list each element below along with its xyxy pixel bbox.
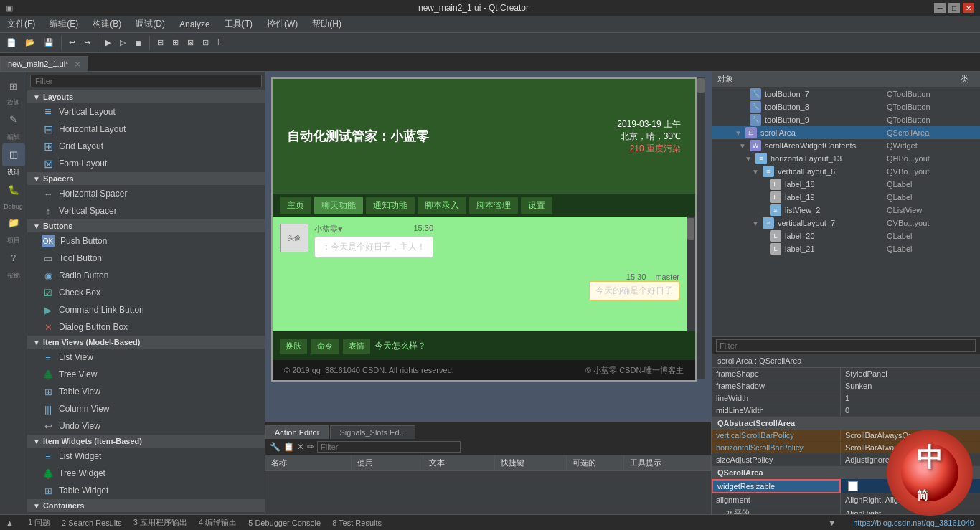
side-icon-projects[interactable]: 📁 [2,212,25,235]
widget-radio-button[interactable]: ◉ Radio Button [27,267,265,284]
tab-close-icon[interactable]: ✕ [75,60,80,68]
widget-horizontal-spacer[interactable]: ↔ Horizontal Spacer [27,185,265,202]
widget-tree-view[interactable]: 🌲 Tree View [27,366,265,383]
widget-dialog-button-box[interactable]: ✕ Dialog Button Box [27,318,265,336]
widget-group-box[interactable]: ▭ Group Box [27,512,265,514]
status-arrow-dn[interactable]: ▼ [828,519,836,527]
obj-row-label21[interactable]: L label_21 QLabel [712,242,980,255]
toolbar-break-layout[interactable]: ⊢ [214,36,228,49]
ui-nav-home[interactable]: 主页 [280,197,311,214]
designer-area[interactable]: 自动化测试管家：小蓝零 2019-03-19 上午 北京，晴，30℃ 210 重… [265,72,711,421]
ui-nav-record[interactable]: 脚本录入 [418,197,466,214]
scrollcontents-expand[interactable]: ▼ [738,142,748,150]
menu-widgets[interactable]: 控件(W) [260,16,305,32]
widget-vertical-layout[interactable]: ≡ Vertical Layout [27,103,265,120]
status-compileoutput[interactable]: 4 编译输出 [199,517,237,528]
side-icon-help[interactable]: ? [2,247,25,270]
widget-form-layout[interactable]: ⊠ Form Layout [27,155,265,172]
prop-linewidth[interactable]: lineWidth 1 [712,392,980,404]
toolbar-layout-grid[interactable]: ⊠ [184,36,197,49]
ui-nav-chat[interactable]: 聊天功能 [314,197,363,214]
widget-horizontal-layout[interactable]: ⊟ Horizontal Layout [27,120,265,138]
ui-btn-command[interactable]: 命令 [311,339,339,354]
toolbar-stop[interactable]: ⏹ [131,37,146,49]
toolbar-save[interactable]: 💾 [40,36,57,49]
vlayout6-expand[interactable]: ▼ [750,168,760,176]
status-url[interactable]: https://blog.csdn.net/qq_38161040 [853,519,974,527]
ui-nav-manage[interactable]: 脚本管理 [469,197,518,214]
scrollarea-expand[interactable]: ▼ [733,129,743,137]
menu-tools[interactable]: 工具(T) [217,16,260,32]
menu-build[interactable]: 构建(B) [85,16,128,32]
toolbar-redo[interactable]: ↪ [80,36,94,49]
widget-grid-layout[interactable]: ⊞ Grid Layout [27,138,265,155]
canvas-scrollbar[interactable] [697,77,705,379]
menu-debug[interactable]: 调试(D) [128,16,172,32]
vlayout7-expand[interactable]: ▼ [750,219,760,227]
close-button[interactable]: ✕ [963,3,974,13]
widget-check-box[interactable]: ☑ Check Box [27,284,265,301]
status-arrow-up[interactable]: ▲ [6,519,14,527]
side-icon-debug[interactable]: 🐛 [2,179,25,202]
property-filter-input[interactable] [716,339,976,352]
action-tab-editor[interactable]: Action Editor [265,425,329,439]
obj-row-scrollcontents[interactable]: ▼ W scrollAreaWidgetContents QWidget [712,139,980,152]
status-search[interactable]: 2 Search Results [62,519,122,527]
minimize-button[interactable]: ─ [934,3,946,13]
toolbar-undo[interactable]: ↩ [65,36,79,49]
side-icon-design[interactable]: ◫ [2,143,25,166]
status-issues[interactable]: 1 问题 [28,517,50,528]
ui-btn-skin[interactable]: 换肤 [280,339,307,354]
chat-scrollbar[interactable] [687,217,695,331]
obj-row-hlayout13[interactable]: ▼ ≡ horizontalLayout_13 QHBo...yout [712,152,980,165]
section-item-views[interactable]: ▼ Item Views (Model-Based) [27,336,265,349]
obj-row-vlayout6[interactable]: ▼ ≡ verticalLayout_6 QVBo...yout [712,165,980,178]
prop-frameshape[interactable]: frameShape StyledPanel [712,368,980,380]
menu-file[interactable]: 文件(F) [0,16,42,32]
section-spacers[interactable]: ▼ Spacers [27,172,265,185]
menu-analyze[interactable]: Analyze [172,18,217,31]
hlayout13-expand[interactable]: ▼ [743,155,753,163]
side-icon-welcome[interactable]: ⊞ [2,75,25,98]
obj-row-label20[interactable]: L label_20 QLabel [712,229,980,242]
obj-row-toolbutton9[interactable]: 🔧 toolButton_9 QToolButton [712,113,980,126]
section-item-widgets[interactable]: ▼ Item Widgets (Item-Based) [27,435,265,448]
toolbar-run[interactable]: ▷ [116,36,129,49]
action-filter-input[interactable] [317,441,461,453]
action-tab-signals[interactable]: Signals_Slots Ed... [330,425,415,439]
widget-column-view[interactable]: ||| Column View [27,400,265,417]
widget-tree-widget[interactable]: 🌲 Tree Widget [27,465,265,482]
prop-midlinewidth[interactable]: midLineWidth 0 [712,404,980,417]
widget-undo-view[interactable]: ↩ Undo View [27,417,265,435]
obj-row-scrollarea[interactable]: ▼ ⊟ scrollArea QScrollArea [712,126,980,139]
widget-command-link-button[interactable]: ▶ Command Link Button [27,301,265,318]
menu-help[interactable]: 帮助(H) [305,16,349,32]
obj-row-label19[interactable]: L label_19 QLabel [712,191,980,204]
widget-tool-button[interactable]: ▭ Tool Button [27,250,265,267]
status-debugger[interactable]: 5 Debugger Console [248,519,321,527]
menu-edit[interactable]: 编辑(E) [42,16,85,32]
toolbar-layout-v[interactable]: ⊞ [169,36,182,49]
toolbar-new[interactable]: 📄 [3,36,20,49]
widget-filter-input[interactable] [30,75,262,87]
widget-list-view[interactable]: ≡ List View [27,349,265,366]
toolbar-build[interactable]: ▶ [102,36,115,49]
status-testresults[interactable]: 8 Test Results [332,519,382,527]
obj-row-label18[interactable]: L label_18 QLabel [712,178,980,191]
ui-nav-settings[interactable]: 设置 [521,197,552,214]
obj-row-listview2[interactable]: ≡ listView_2 QListView [712,204,980,217]
section-containers[interactable]: ▼ Containers [27,499,265,512]
widget-push-button[interactable]: OK Push Button [27,232,265,250]
widget-table-view[interactable]: ⊞ Table View [27,383,265,400]
toolbar-open[interactable]: 📂 [22,36,39,49]
ui-btn-emoji[interactable]: 表情 [343,339,370,354]
toolbar-layout-h[interactable]: ⊟ [154,36,167,49]
tab-ui-file[interactable]: new_main2_1.ui* ✕ [0,56,88,71]
prop-frameshadow[interactable]: frameShadow Sunken [712,380,980,392]
ui-nav-notify[interactable]: 通知功能 [366,197,415,214]
side-icon-edit[interactable]: ✎ [2,108,25,131]
widget-list-widget[interactable]: ≡ List Widget [27,448,265,465]
widget-vertical-spacer[interactable]: ↕ Vertical Spacer [27,202,265,219]
widget-table-widget[interactable]: ⊞ Table Widget [27,482,265,499]
section-layouts[interactable]: ▼ Layouts [27,90,265,103]
